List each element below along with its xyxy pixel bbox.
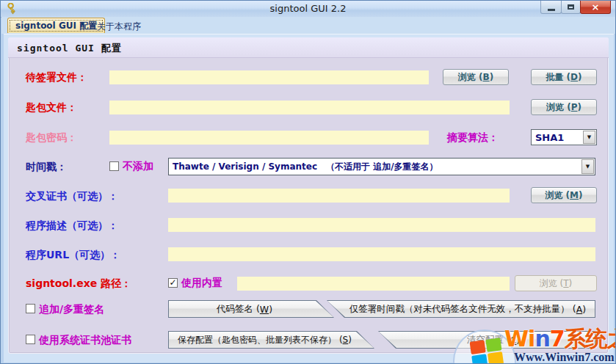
browse-target-button[interactable]: 浏览 (B) [443, 69, 509, 85]
signtool-path-label: signtool.exe 路径： [26, 277, 131, 291]
program-url-input[interactable] [168, 247, 595, 261]
chevron-down-icon: ▼ [586, 164, 590, 170]
browse-keyfile-button[interactable]: 浏览 (P) [531, 99, 597, 115]
tab-about[interactable]: 关于本程序 [93, 20, 145, 33]
browse-cross-cert-button[interactable]: 浏览 (M) [531, 187, 597, 203]
cross-cert-input[interactable] [168, 189, 510, 203]
minimize-button[interactable] [540, 1, 562, 14]
timestamp-label: 时间戳： [26, 161, 67, 174]
key-file-label: 匙包文件： [26, 101, 77, 114]
maximize-icon [568, 4, 574, 10]
key-file-input[interactable] [109, 101, 510, 114]
close-button[interactable]: × [580, 1, 611, 14]
browse-signtool-button[interactable]: 浏览 (T) [515, 275, 597, 291]
digest-dropdown-button[interactable]: ▼ [583, 131, 595, 144]
system-store-checkbox-label: 使用系统证书池证书 [39, 334, 131, 347]
save-config-button-label: 保存配置（匙包密码、批量列表不保存） (S) [169, 332, 374, 348]
watermark-brand: Win7系统之家 [504, 324, 616, 354]
digest-selected-value: SHA1 [532, 130, 582, 145]
check-icon: ✓ [169, 278, 176, 287]
code-sign-button[interactable]: 代码签名 (W) [168, 300, 334, 318]
key-password-input[interactable] [109, 131, 429, 145]
app-window: signtool GUI 2.2 × signtool GUI 配置 关于本程序… [0, 0, 616, 364]
windows-logo-icon [465, 335, 508, 364]
chevron-down-icon: ▼ [587, 134, 591, 140]
timestamp-only-button[interactable]: 仅签署时间戳（对未代码签名文件无效，不支持批量） (A) [327, 300, 595, 318]
window-title: signtool GUI 2.2 [1, 3, 615, 14]
use-builtin-checkbox[interactable]: ✓ [168, 278, 178, 288]
no-timestamp-checkbox[interactable]: ✓ [109, 161, 119, 171]
system-store-checkbox[interactable]: ✓ [26, 335, 35, 344]
target-file-label: 待签署文件： [26, 71, 87, 84]
timestamp-server-value: Thawte / Verisign / Symantec （不适用于 追加/多重… [169, 159, 581, 175]
target-file-input[interactable] [109, 70, 429, 84]
groupbox-title: signtool GUI 配置 [17, 42, 122, 55]
close-icon: × [592, 1, 600, 12]
signtool-path-input[interactable] [237, 277, 510, 291]
append-sign-checkbox-label: 追加/多重签名 [39, 303, 104, 316]
timestamp-server-select[interactable]: Thawte / Verisign / Symantec （不适用于 追加/多重… [168, 158, 595, 175]
key-password-label: 匙包密码： [26, 131, 77, 145]
description-input[interactable] [168, 218, 595, 232]
use-builtin-checkbox-label: 使用内置 [181, 277, 222, 290]
title-bar[interactable]: signtool GUI 2.2 × [1, 1, 615, 18]
save-config-button[interactable]: 保存配置（匙包密码、批量列表不保存） (S) [168, 331, 374, 349]
append-sign-checkbox[interactable]: ✓ [26, 304, 35, 313]
tab-config[interactable]: signtool GUI 配置 [7, 18, 105, 33]
description-label: 程序描述（可选）： [26, 219, 118, 233]
watermark-site-url: Www.Winwin7.com [514, 351, 615, 364]
cross-cert-label: 交叉证书（可选）： [26, 190, 118, 203]
batch-button[interactable]: 批量 (D) [531, 69, 597, 85]
digest-select[interactable]: SHA1 ▼ [531, 129, 597, 145]
code-sign-button-label: 代码签名 (W) [169, 301, 333, 317]
timestamp-dropdown-button[interactable]: ▼ [581, 159, 594, 174]
tab-strip: signtool GUI 配置 关于本程序 [1, 17, 616, 34]
digest-label: 摘要算法： [447, 131, 499, 145]
no-timestamp-checkbox-label: 不添加 [123, 160, 153, 173]
maximize-button[interactable] [561, 1, 581, 14]
minimize-icon [548, 9, 555, 11]
timestamp-only-button-label: 仅签署时间戳（对未代码签名文件无效，不支持批量） (A) [327, 301, 595, 317]
program-url-label: 程序URL（可选）： [26, 249, 120, 262]
